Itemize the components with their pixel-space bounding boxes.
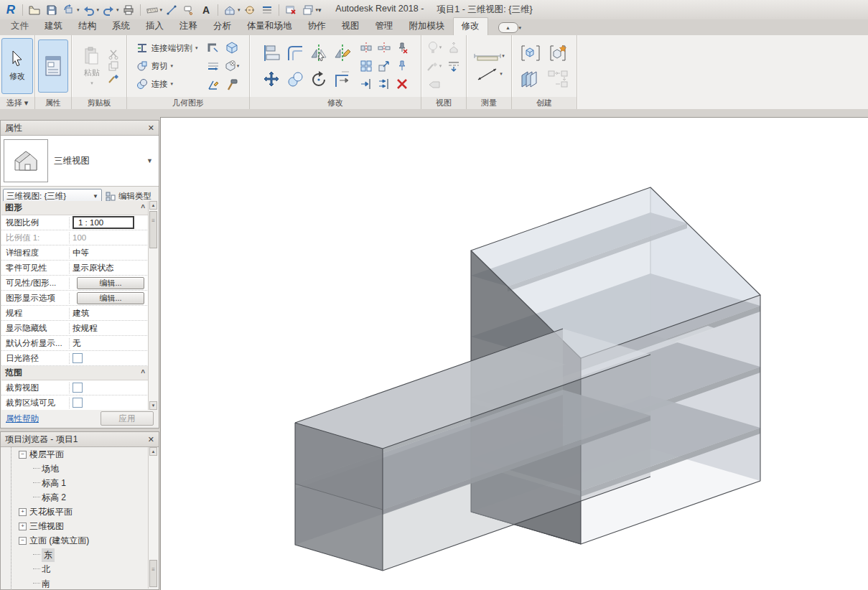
section-extents[interactable]: 范围^: [1, 366, 149, 380]
demolish-hammer-icon[interactable]: [225, 78, 238, 91]
tree-item-level-1[interactable]: 标高 1: [1, 476, 149, 490]
measure-caret-icon[interactable]: ▾: [160, 7, 163, 13]
close-hidden-windows-icon[interactable]: [283, 2, 299, 17]
panel-properties-label[interactable]: 属性: [35, 97, 71, 109]
redo-icon[interactable]: [101, 2, 116, 17]
default-3d-view-caret-icon[interactable]: ▾: [238, 7, 241, 13]
wall-joins-icon[interactable]: [207, 41, 220, 54]
default-3d-view-icon[interactable]: [222, 2, 238, 17]
tree-item-floor-plans[interactable]: − 楼层平面: [1, 447, 149, 462]
prop-row-discipline[interactable]: 规程 建筑: [1, 306, 149, 321]
tab-manage[interactable]: 管理: [368, 18, 401, 35]
paste-button[interactable]: 粘贴 ▾: [78, 40, 106, 92]
create-parts-icon[interactable]: [519, 70, 542, 88]
tree-item-east[interactable]: 东: [1, 548, 149, 562]
tab-add-ins[interactable]: 附加模块: [401, 18, 453, 35]
tab-view[interactable]: 视图: [334, 18, 368, 35]
tag-icon[interactable]: [181, 2, 197, 17]
cut-geometry-button[interactable]: 剪切▾: [135, 58, 199, 74]
panel-clipboard-label[interactable]: 剪贴板: [72, 97, 126, 109]
properties-help-link[interactable]: 属性帮助: [6, 413, 39, 424]
aligned-dimension-icon[interactable]: [164, 2, 179, 17]
move-icon[interactable]: [262, 70, 281, 89]
collapse-chevron-icon[interactable]: ^: [141, 369, 145, 377]
cut-profile-cube-icon[interactable]: [225, 41, 238, 54]
pin-icon[interactable]: [396, 60, 409, 72]
text-icon[interactable]: A: [198, 2, 214, 17]
model-3d-view[interactable]: [161, 118, 868, 590]
project-browser-scrollbar[interactable]: ▲: [148, 447, 158, 589]
type-selector-card[interactable]: 三维视图 ▼: [1, 136, 159, 187]
tree-collapse-icon[interactable]: −: [19, 451, 27, 459]
beam-column-joins-icon[interactable]: [207, 60, 220, 72]
project-browser-close-icon[interactable]: ✕: [148, 435, 154, 444]
panel-measure-label[interactable]: 测量: [467, 97, 511, 109]
ribbon-collapse-icon[interactable]: ▲: [498, 22, 518, 33]
tab-massing-site[interactable]: 体量和场地: [239, 18, 300, 35]
crop-view-checkbox[interactable]: [73, 383, 83, 393]
properties-scroll-thumb[interactable]: [149, 211, 157, 248]
trim-extend-multiple-icon[interactable]: [378, 78, 391, 90]
trim-extend-corner-icon[interactable]: [333, 70, 352, 89]
tree-expand-icon[interactable]: +: [19, 508, 27, 516]
prop-row-default-analysis-display[interactable]: 默认分析显示... 无: [1, 336, 149, 351]
tab-systems[interactable]: 系统: [104, 18, 138, 35]
displace-elements-icon[interactable]: [447, 41, 460, 54]
rotate-icon[interactable]: [309, 70, 328, 89]
copy-icon[interactable]: [108, 61, 120, 72]
join-geometry-button[interactable]: 连接▾: [135, 76, 199, 92]
collapse-chevron-icon[interactable]: ^: [141, 204, 145, 212]
undo-caret-icon[interactable]: ▾: [97, 7, 100, 13]
tab-architecture[interactable]: 建筑: [37, 18, 70, 35]
measure-tool-icon[interactable]: ▾: [473, 50, 505, 62]
match-type-properties-icon[interactable]: [108, 73, 120, 84]
panel-geometry-label[interactable]: 几何图形: [127, 97, 249, 109]
edit-type-button[interactable]: 编辑类型: [106, 191, 151, 202]
prop-row-graphic-display-options[interactable]: 图形显示选项 编辑...: [1, 291, 149, 306]
tab-structure[interactable]: 结构: [70, 18, 104, 35]
tree-collapse-icon[interactable]: −: [19, 537, 27, 545]
panel-modify-label[interactable]: 修改: [250, 97, 421, 109]
tree-item-ceiling-plans[interactable]: + 天花板平面: [1, 505, 149, 519]
mirror-draw-axis-icon[interactable]: [333, 44, 352, 62]
apply-button[interactable]: 应用: [101, 411, 154, 426]
properties-close-icon[interactable]: ✕: [148, 123, 154, 133]
view-scale-input[interactable]: 1 : 100: [73, 216, 134, 229]
panel-select-label[interactable]: 选择 ▾: [0, 97, 34, 109]
thin-lines-toggle-icon[interactable]: [447, 60, 460, 72]
tab-collaborate[interactable]: 协作: [300, 18, 334, 35]
hide-elements-icon[interactable]: [428, 80, 441, 90]
panel-create-label[interactable]: 创建: [512, 97, 577, 109]
tab-annotate[interactable]: 注释: [172, 18, 205, 35]
browser-scroll-thumb[interactable]: [149, 560, 157, 587]
array-icon[interactable]: [360, 60, 373, 72]
copy-element-icon[interactable]: [286, 70, 304, 89]
delete-icon[interactable]: [396, 78, 409, 90]
undo-icon[interactable]: [81, 2, 97, 17]
edit-profile-icon[interactable]: [207, 78, 220, 91]
tree-expand-icon[interactable]: +: [19, 523, 27, 530]
ribbon-collapse-caret-icon[interactable]: ▾: [519, 25, 522, 31]
tab-file[interactable]: 文件: [3, 18, 37, 35]
trim-extend-single-icon[interactable]: [360, 78, 373, 90]
reveal-hidden-elements-icon[interactable]: ▾: [426, 40, 442, 55]
properties-palette-header[interactable]: 属性 ✕: [1, 121, 159, 136]
section-graphics[interactable]: 图形^: [1, 201, 149, 215]
prop-row-detail-level[interactable]: 详细程度 中等: [1, 245, 149, 261]
prop-row-view-scale[interactable]: 视图比例 1 : 100: [1, 215, 149, 230]
cope-button[interactable]: 连接端切割▾: [135, 40, 199, 56]
create-group-icon[interactable]: [520, 43, 541, 63]
print-icon[interactable]: [121, 2, 136, 17]
properties-scrollbar[interactable]: ▲ ▼: [148, 201, 158, 410]
tree-item-south[interactable]: 南: [1, 576, 149, 589]
aligned-dimension-tool-icon[interactable]: ▾: [475, 66, 503, 82]
split-element-icon[interactable]: [360, 42, 373, 55]
tree-item-elevations[interactable]: − 立面 (建筑立面): [1, 533, 149, 548]
scroll-down-icon[interactable]: ▼: [149, 401, 157, 410]
type-selector-caret-icon[interactable]: ▼: [146, 157, 153, 164]
scroll-up-icon[interactable]: ▲: [149, 201, 157, 210]
modify-tool-button[interactable]: 修改: [1, 38, 33, 94]
tree-item-north[interactable]: 北: [1, 562, 149, 576]
open-file-icon[interactable]: [27, 2, 42, 17]
scale-icon[interactable]: [378, 60, 391, 72]
